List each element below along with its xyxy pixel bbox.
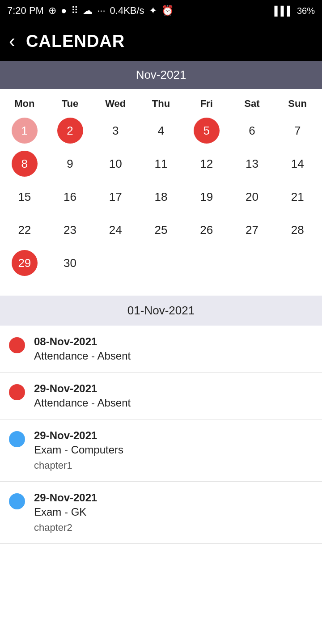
selected-date: 01-Nov-2021 [127,304,195,317]
app-header: ‹ CALENDAR [0,21,322,61]
dots-icon: ··· [97,5,105,17]
weekday-mon: Mon [2,98,47,110]
day-circle: 9 [57,151,83,177]
events-date-header: 01-Nov-2021 [0,296,322,326]
day-cell[interactable]: 11 [138,149,184,178]
day-circle: 6 [239,118,265,144]
day-circle: 19 [194,184,220,210]
event-content: 29-Nov-2021Attendance - Absent [34,382,131,409]
event-item[interactable]: 29-Nov-2021Exam - GKchapter2 [0,482,322,544]
weekday-tue: Tue [47,98,93,110]
day-circle: 3 [102,118,128,144]
day-circle: 7 [284,118,310,144]
day-cell[interactable]: 3 [93,116,138,145]
jio-icon: ⊕ [48,5,56,17]
day-cell[interactable]: 28 [275,215,320,245]
event-title: Exam - Computers [34,444,123,456]
day-cell[interactable]: 16 [47,182,93,212]
event-date: 29-Nov-2021 [34,429,123,442]
day-cell[interactable]: 15 [2,182,47,212]
day-cell[interactable]: 9 [47,149,93,178]
day-cell[interactable]: 6 [229,116,275,145]
event-dot [9,337,25,353]
day-cell[interactable]: 5 [184,116,229,145]
month-header: Nov-2021 [0,61,322,89]
day-circle: 14 [284,151,310,177]
day-cell[interactable]: 7 [275,116,320,145]
day-cell[interactable]: 18 [138,182,184,212]
day-circle: 2 [57,118,83,144]
weekdays-row: Mon Tue Wed Thu Fri Sat Sun [2,93,320,116]
page-title: CALENDAR [26,32,125,51]
day-cell[interactable]: 14 [275,149,320,178]
calendar: Mon Tue Wed Thu Fri Sat Sun 123456789101… [0,89,322,282]
event-subtitle: chapter2 [34,522,97,534]
time: 7:20 PM [7,5,44,17]
day-circle: 24 [102,217,128,243]
day-cell[interactable]: 10 [93,149,138,178]
day-cell[interactable]: 21 [275,182,320,212]
event-date: 29-Nov-2021 [34,491,97,504]
status-left: 7:20 PM ⊕ ● ⠿ ☁ ··· 0.4KB/s ✦ ⏰ [7,5,174,17]
day-circle: 4 [148,118,174,144]
weekday-wed: Wed [93,98,138,110]
day-circle: 16 [57,184,83,210]
weekday-sat: Sat [229,98,275,110]
day-cell[interactable]: 22 [2,215,47,245]
event-title: Attendance - Absent [34,397,131,409]
days-grid: 1234567891011121314151617181920212223242… [2,116,320,278]
day-cell[interactable]: 23 [47,215,93,245]
day-circle: 29 [12,250,38,276]
day-cell[interactable]: 13 [229,149,275,178]
event-item[interactable]: 29-Nov-2021Exam - Computerschapter1 [0,419,322,482]
day-cell[interactable]: 25 [138,215,184,245]
day-cell[interactable]: 19 [184,182,229,212]
day-cell[interactable]: 12 [184,149,229,178]
back-button[interactable]: ‹ [9,32,15,51]
weekday-thu: Thu [138,98,184,110]
event-content: 29-Nov-2021Exam - GKchapter2 [34,491,97,534]
day-cell[interactable]: 8 [2,149,47,178]
day-circle: 11 [148,151,174,177]
status-bar: 7:20 PM ⊕ ● ⠿ ☁ ··· 0.4KB/s ✦ ⏰ ▌▌▌ 36% [0,0,322,21]
event-content: 08-Nov-2021Attendance - Absent [34,335,131,362]
day-circle: 27 [239,217,265,243]
event-title: Exam - GK [34,506,97,518]
day-cell[interactable]: 24 [93,215,138,245]
day-circle: 8 [12,151,38,177]
event-date: 29-Nov-2021 [34,382,131,395]
day-cell[interactable]: 1 [2,116,47,145]
speed: 0.4KB/s [110,5,144,17]
alarm-icon: ⏰ [161,5,174,17]
day-cell[interactable]: 20 [229,182,275,212]
day-cell[interactable]: 29 [2,248,47,278]
day-circle: 22 [12,217,38,243]
day-circle: 5 [194,118,220,144]
events-list: 08-Nov-2021Attendance - Absent29-Nov-202… [0,326,322,544]
weekday-fri: Fri [184,98,229,110]
event-date: 08-Nov-2021 [34,335,131,348]
day-circle: 12 [194,151,220,177]
event-dot [9,431,25,447]
signal-icon: ● [61,5,67,17]
event-dot [9,384,25,400]
grid-icon: ⠿ [71,5,78,17]
day-circle: 17 [102,184,128,210]
day-cell[interactable]: 2 [47,116,93,145]
day-cell[interactable]: 4 [138,116,184,145]
day-cell[interactable]: 17 [93,182,138,212]
event-item[interactable]: 08-Nov-2021Attendance - Absent [0,326,322,373]
event-item[interactable]: 29-Nov-2021Attendance - Absent [0,373,322,419]
event-title: Attendance - Absent [34,350,131,362]
event-subtitle: chapter1 [34,460,123,471]
cloud-icon: ☁ [83,5,93,17]
day-circle: 20 [239,184,265,210]
battery: 36% [297,6,315,16]
signal-bars: ▌▌▌ [274,6,293,16]
day-circle: 15 [12,184,38,210]
day-cell[interactable]: 27 [229,215,275,245]
day-circle: 30 [57,250,83,276]
day-cell[interactable]: 30 [47,248,93,278]
day-cell[interactable]: 26 [184,215,229,245]
status-right: ▌▌▌ 36% [274,6,315,16]
